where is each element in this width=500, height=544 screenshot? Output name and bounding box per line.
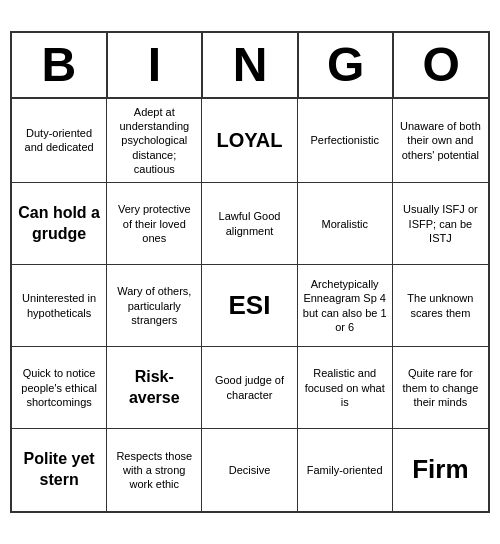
bingo-cell-9: Usually ISFJ or ISFP; can be ISTJ: [393, 183, 488, 265]
bingo-cell-0: Duty-oriented and dedicated: [12, 99, 107, 183]
bingo-cell-24: Firm: [393, 429, 488, 511]
bingo-cell-23: Family-oriented: [298, 429, 393, 511]
bingo-cell-10: Uninterested in hypotheticals: [12, 265, 107, 347]
bingo-cell-13: Archetypically Enneagram Sp 4 but can al…: [298, 265, 393, 347]
bingo-letter-n: N: [203, 33, 299, 97]
bingo-letter-o: O: [394, 33, 488, 97]
bingo-letter-g: G: [299, 33, 395, 97]
bingo-cell-21: Respects those with a strong work ethic: [107, 429, 202, 511]
bingo-cell-3: Perfectionistic: [298, 99, 393, 183]
bingo-cell-5: Can hold a grudge: [12, 183, 107, 265]
bingo-cell-4: Unaware of both their own and others' po…: [393, 99, 488, 183]
bingo-cell-19: Quite rare for them to change their mind…: [393, 347, 488, 429]
bingo-cell-17: Good judge of character: [202, 347, 297, 429]
bingo-cell-8: Moralistic: [298, 183, 393, 265]
bingo-cell-7: Lawful Good alignment: [202, 183, 297, 265]
bingo-cell-20: Polite yet stern: [12, 429, 107, 511]
bingo-cell-14: The unknown scares them: [393, 265, 488, 347]
bingo-cell-12: ESI: [202, 265, 297, 347]
bingo-letter-b: B: [12, 33, 108, 97]
bingo-cell-16: Risk-averse: [107, 347, 202, 429]
bingo-header: BINGO: [12, 33, 488, 99]
bingo-cell-18: Realistic and focused on what is: [298, 347, 393, 429]
bingo-card: BINGO Duty-oriented and dedicatedAdept a…: [10, 31, 490, 513]
bingo-cell-15: Quick to notice people's ethical shortco…: [12, 347, 107, 429]
bingo-cell-11: Wary of others, particularly strangers: [107, 265, 202, 347]
bingo-cell-2: LOYAL: [202, 99, 297, 183]
bingo-cell-22: Decisive: [202, 429, 297, 511]
bingo-letter-i: I: [108, 33, 204, 97]
bingo-cell-6: Very protective of their loved ones: [107, 183, 202, 265]
bingo-grid: Duty-oriented and dedicatedAdept at unde…: [12, 99, 488, 511]
bingo-cell-1: Adept at understanding psychological dis…: [107, 99, 202, 183]
